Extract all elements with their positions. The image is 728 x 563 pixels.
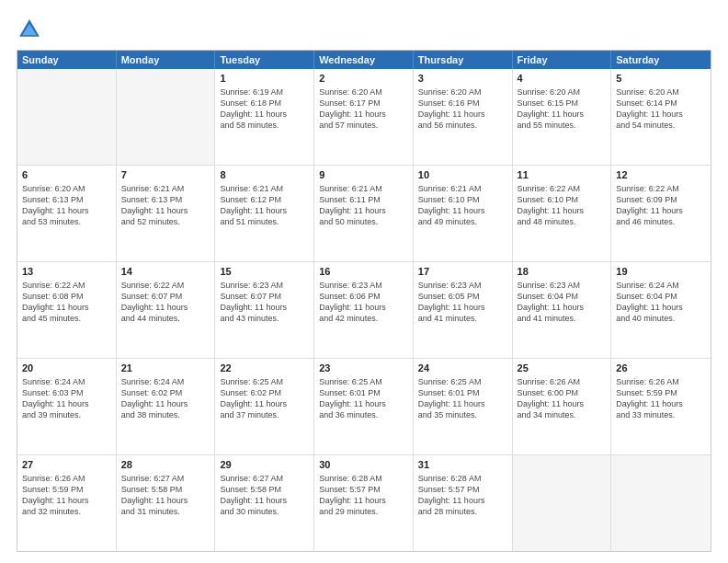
day-cell-11: 11Sunrise: 6:22 AMSunset: 6:10 PMDayligh…: [513, 166, 612, 261]
cell-line-1: Sunrise: 6:23 AM: [319, 280, 408, 291]
day-number: 15: [220, 265, 309, 279]
header-day-thursday: Thursday: [414, 51, 513, 69]
cell-line-3: Daylight: 11 hours: [22, 302, 111, 313]
day-number: 18: [518, 265, 607, 279]
day-cell-4: 4Sunrise: 6:20 AMSunset: 6:15 PMDaylight…: [513, 69, 612, 165]
logo: [17, 17, 46, 42]
week-row-3: 13Sunrise: 6:22 AMSunset: 6:08 PMDayligh…: [17, 262, 711, 359]
cell-line-2: Sunset: 6:07 PM: [121, 291, 210, 302]
header-day-tuesday: Tuesday: [215, 51, 314, 69]
cell-line-3: Daylight: 11 hours: [121, 398, 210, 409]
cell-line-3: Daylight: 11 hours: [22, 495, 111, 506]
day-number: 20: [22, 362, 111, 375]
cell-line-1: Sunrise: 6:20 AM: [418, 86, 507, 98]
week-row-2: 6Sunrise: 6:20 AMSunset: 6:13 PMDaylight…: [17, 166, 711, 262]
day-cell-7: 7Sunrise: 6:21 AMSunset: 6:13 PMDaylight…: [117, 166, 216, 261]
day-number: 24: [418, 362, 507, 375]
cell-line-1: Sunrise: 6:22 AM: [518, 183, 607, 194]
cell-line-1: Sunrise: 6:22 AM: [121, 280, 210, 291]
cell-line-4: and 45 minutes.: [22, 313, 111, 324]
cell-line-3: Daylight: 11 hours: [616, 109, 706, 120]
calendar: SundayMondayTuesdayWednesdayThursdayFrid…: [17, 50, 711, 552]
week-row-1: 1Sunrise: 6:19 AMSunset: 6:18 PMDaylight…: [17, 69, 711, 166]
day-number: 7: [121, 168, 210, 182]
day-cell-19: 19Sunrise: 6:24 AMSunset: 6:04 PMDayligh…: [611, 262, 711, 358]
day-number: 12: [616, 168, 706, 182]
cell-line-1: Sunrise: 6:21 AM: [319, 183, 408, 194]
cell-line-3: Daylight: 11 hours: [418, 302, 507, 313]
day-cell-2: 2Sunrise: 6:20 AMSunset: 6:17 PMDaylight…: [314, 69, 414, 165]
cell-line-2: Sunset: 6:04 PM: [518, 291, 607, 302]
day-number: 29: [220, 458, 309, 472]
header-day-friday: Friday: [513, 51, 612, 69]
cell-line-1: Sunrise: 6:19 AM: [220, 86, 309, 98]
cell-line-4: and 49 minutes.: [418, 216, 507, 227]
cell-line-3: Daylight: 11 hours: [220, 205, 309, 216]
cell-line-2: Sunset: 6:17 PM: [319, 98, 408, 109]
cell-line-2: Sunset: 6:06 PM: [319, 291, 408, 302]
cell-line-4: and 44 minutes.: [121, 313, 210, 324]
day-cell-15: 15Sunrise: 6:23 AMSunset: 6:07 PMDayligh…: [215, 262, 314, 358]
cell-line-2: Sunset: 6:02 PM: [121, 387, 210, 398]
day-number: 16: [319, 265, 408, 279]
cell-line-2: Sunset: 6:15 PM: [518, 98, 607, 109]
cell-line-1: Sunrise: 6:21 AM: [220, 183, 309, 194]
day-cell-28: 28Sunrise: 6:27 AMSunset: 5:58 PMDayligh…: [117, 455, 216, 551]
cell-line-2: Sunset: 5:58 PM: [220, 484, 309, 495]
day-number: 26: [616, 362, 706, 375]
day-number: 31: [418, 458, 507, 472]
day-cell-10: 10Sunrise: 6:21 AMSunset: 6:10 PMDayligh…: [414, 166, 513, 261]
cell-line-2: Sunset: 5:59 PM: [22, 484, 111, 495]
cell-line-1: Sunrise: 6:23 AM: [518, 280, 607, 291]
day-number: 25: [518, 362, 607, 375]
cell-line-3: Daylight: 11 hours: [22, 205, 111, 216]
cell-line-1: Sunrise: 6:21 AM: [418, 183, 507, 194]
day-cell-empty: [611, 455, 711, 551]
cell-line-2: Sunset: 6:18 PM: [220, 98, 309, 109]
header-day-monday: Monday: [117, 51, 216, 69]
cell-line-3: Daylight: 11 hours: [319, 205, 408, 216]
cell-line-3: Daylight: 11 hours: [518, 398, 607, 409]
cell-line-4: and 53 minutes.: [22, 216, 111, 227]
day-cell-21: 21Sunrise: 6:24 AMSunset: 6:02 PMDayligh…: [117, 359, 216, 454]
cell-line-2: Sunset: 6:01 PM: [319, 387, 408, 398]
cell-line-4: and 48 minutes.: [518, 216, 607, 227]
cell-line-1: Sunrise: 6:26 AM: [518, 376, 607, 387]
cell-line-3: Daylight: 11 hours: [518, 109, 607, 120]
cell-line-3: Daylight: 11 hours: [220, 109, 309, 120]
calendar-header: SundayMondayTuesdayWednesdayThursdayFrid…: [17, 51, 711, 69]
day-number: 28: [121, 458, 210, 472]
page: SundayMondayTuesdayWednesdayThursdayFrid…: [0, 0, 728, 563]
cell-line-1: Sunrise: 6:23 AM: [220, 280, 309, 291]
cell-line-1: Sunrise: 6:22 AM: [22, 280, 111, 291]
day-number: 13: [22, 265, 111, 279]
cell-line-4: and 54 minutes.: [616, 120, 706, 131]
cell-line-1: Sunrise: 6:24 AM: [22, 376, 111, 387]
cell-line-3: Daylight: 11 hours: [418, 205, 507, 216]
cell-line-3: Daylight: 11 hours: [518, 302, 607, 313]
cell-line-2: Sunset: 6:10 PM: [418, 194, 507, 205]
cell-line-4: and 32 minutes.: [22, 506, 111, 517]
cell-line-1: Sunrise: 6:28 AM: [418, 473, 507, 484]
day-cell-13: 13Sunrise: 6:22 AMSunset: 6:08 PMDayligh…: [17, 262, 117, 358]
cell-line-3: Daylight: 11 hours: [22, 398, 111, 409]
day-number: 9: [319, 168, 408, 182]
day-number: 10: [418, 168, 507, 182]
day-number: 6: [22, 168, 111, 182]
day-cell-16: 16Sunrise: 6:23 AMSunset: 6:06 PMDayligh…: [314, 262, 414, 358]
cell-line-1: Sunrise: 6:20 AM: [22, 183, 111, 194]
day-number: 3: [418, 72, 507, 86]
cell-line-4: and 38 minutes.: [121, 409, 210, 420]
cell-line-1: Sunrise: 6:20 AM: [616, 86, 706, 98]
cell-line-1: Sunrise: 6:25 AM: [319, 376, 408, 387]
day-number: 27: [22, 458, 111, 472]
cell-line-1: Sunrise: 6:25 AM: [418, 376, 507, 387]
cell-line-2: Sunset: 6:02 PM: [220, 387, 309, 398]
cell-line-3: Daylight: 11 hours: [319, 495, 408, 506]
cell-line-2: Sunset: 5:59 PM: [616, 387, 706, 398]
cell-line-2: Sunset: 6:08 PM: [22, 291, 111, 302]
day-number: 11: [518, 168, 607, 182]
cell-line-2: Sunset: 6:05 PM: [418, 291, 507, 302]
cell-line-4: and 37 minutes.: [220, 409, 309, 420]
cell-line-4: and 43 minutes.: [220, 313, 309, 324]
